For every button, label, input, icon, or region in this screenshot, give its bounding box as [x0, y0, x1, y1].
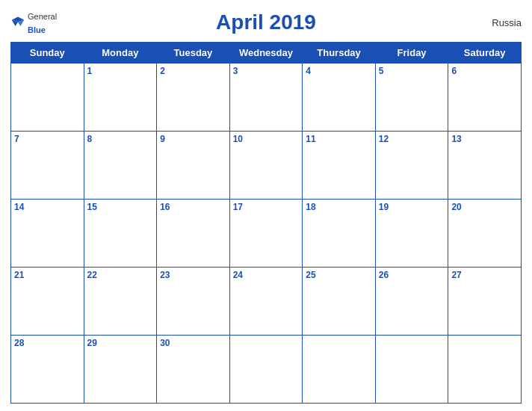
date-number: 4	[306, 66, 372, 76]
date-number: 6	[451, 66, 518, 76]
col-wednesday: Wednesday	[229, 43, 303, 64]
col-tuesday: Tuesday	[157, 43, 230, 64]
date-number: 13	[451, 134, 518, 144]
date-number: 21	[14, 270, 81, 280]
table-row: 5	[375, 64, 448, 132]
table-row: 23	[157, 268, 230, 336]
table-row: 22	[84, 268, 157, 336]
calendar-row: 21222324252627	[11, 268, 522, 336]
table-row: 1	[84, 64, 157, 132]
country-label: Russia	[492, 17, 522, 28]
table-row: 15	[84, 200, 157, 268]
date-number: 9	[160, 134, 226, 144]
table-row: 30	[157, 336, 230, 404]
table-row: 4	[303, 64, 376, 132]
table-row: 6	[448, 64, 522, 132]
table-row: 13	[448, 132, 522, 200]
table-row	[375, 336, 448, 404]
col-thursday: Thursday	[303, 43, 376, 64]
table-row: 12	[375, 132, 448, 200]
date-number: 10	[233, 134, 300, 144]
table-row: 20	[448, 200, 522, 268]
date-number: 19	[379, 202, 445, 212]
logo-blue-text: Blue	[28, 25, 46, 34]
table-row	[229, 336, 303, 404]
date-number: 1	[87, 66, 154, 76]
date-number: 30	[160, 338, 226, 348]
table-row: 27	[448, 268, 522, 336]
table-row: 26	[375, 268, 448, 336]
date-number: 2	[160, 66, 226, 76]
table-row: 19	[375, 200, 448, 268]
table-row: 18	[303, 200, 376, 268]
date-number: 12	[379, 134, 445, 144]
table-row: 10	[229, 132, 303, 200]
table-row: 7	[11, 132, 84, 200]
col-sunday: Sunday	[11, 43, 84, 64]
month-title: April 2019	[216, 10, 316, 34]
table-row: 17	[229, 200, 303, 268]
calendar-header: General Blue April 2019 Russia	[10, 7, 522, 37]
table-row	[11, 64, 84, 132]
date-number: 7	[14, 134, 81, 144]
table-row	[448, 336, 522, 404]
table-row: 16	[157, 200, 230, 268]
table-row: 21	[11, 268, 84, 336]
table-row: 2	[157, 64, 230, 132]
date-number: 25	[306, 270, 372, 280]
date-number: 11	[306, 134, 372, 144]
table-row: 3	[229, 64, 303, 132]
col-monday: Monday	[84, 43, 157, 64]
date-number: 29	[87, 338, 154, 348]
table-row: 11	[303, 132, 376, 200]
table-row: 25	[303, 268, 376, 336]
date-number: 24	[233, 270, 300, 280]
table-row: 8	[84, 132, 157, 200]
date-number: 22	[87, 270, 154, 280]
date-number: 15	[87, 202, 154, 212]
date-number: 27	[451, 270, 518, 280]
calendar-row: 78910111213	[11, 132, 522, 200]
calendar-row: 123456	[11, 64, 522, 132]
table-row: 9	[157, 132, 230, 200]
col-saturday: Saturday	[448, 43, 522, 64]
logo-general-text: General	[28, 12, 57, 21]
date-number: 16	[160, 202, 226, 212]
col-friday: Friday	[375, 43, 448, 64]
date-number: 17	[233, 202, 300, 212]
table-row: 14	[11, 200, 84, 268]
calendar-row: 14151617181920	[11, 200, 522, 268]
table-row	[303, 336, 376, 404]
date-number: 18	[306, 202, 372, 212]
logo: General Blue	[10, 9, 57, 36]
table-row: 29	[84, 336, 157, 404]
date-number: 28	[14, 338, 81, 348]
date-number: 26	[379, 270, 445, 280]
date-number: 14	[14, 202, 81, 212]
table-row: 28	[11, 336, 84, 404]
date-number: 3	[233, 66, 300, 76]
days-header-row: Sunday Monday Tuesday Wednesday Thursday…	[11, 43, 522, 64]
table-row: 24	[229, 268, 303, 336]
date-number: 23	[160, 270, 226, 280]
date-number: 20	[451, 202, 518, 212]
calendar-row: 282930	[11, 336, 522, 404]
date-number: 8	[87, 134, 154, 144]
date-number: 5	[379, 66, 445, 76]
logo-bird-icon	[10, 15, 25, 30]
calendar-table: Sunday Monday Tuesday Wednesday Thursday…	[10, 42, 522, 404]
calendar-body: 1234567891011121314151617181920212223242…	[11, 64, 522, 404]
calendar-page: General Blue April 2019 Russia Sunday Mo…	[0, 0, 532, 411]
